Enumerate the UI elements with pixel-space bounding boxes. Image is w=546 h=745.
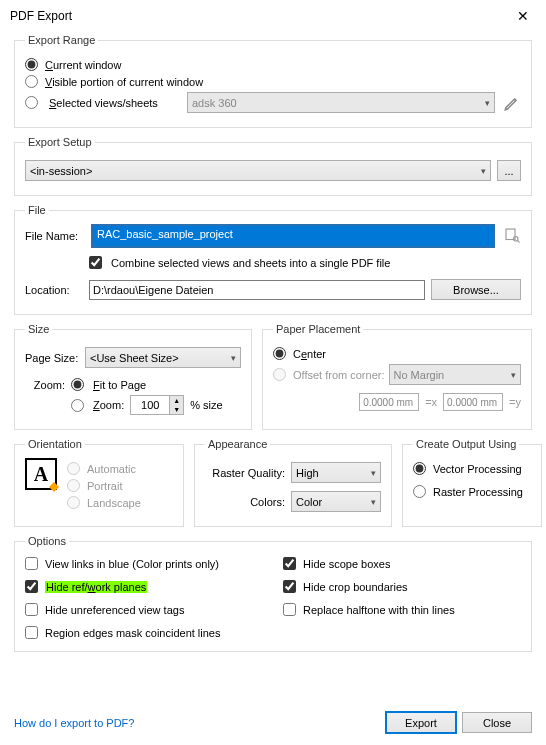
pct-size-label: % size	[190, 399, 222, 411]
chevron-down-icon: ▾	[231, 353, 236, 363]
raster-label: Raster Processing	[433, 486, 523, 498]
titlebar: PDF Export ✕	[0, 0, 546, 30]
edit-set-icon[interactable]	[503, 94, 521, 112]
output-legend: Create Output Using	[413, 438, 519, 450]
chevron-down-icon: ▾	[481, 166, 486, 176]
close-icon[interactable]: ✕	[508, 8, 538, 24]
svg-line-2	[517, 240, 519, 242]
view-links-checkbox[interactable]	[25, 557, 38, 570]
orientation-legend: Orientation	[25, 438, 85, 450]
raster-radio[interactable]	[413, 485, 426, 498]
orientation-group: Orientation A Automatic Portrait Landsca…	[14, 438, 184, 527]
offset-y-input	[443, 393, 503, 411]
hide-crop-checkbox[interactable]	[283, 580, 296, 593]
selected-views-radio[interactable]	[25, 96, 38, 109]
colors-dropdown[interactable]: Color ▾	[291, 491, 381, 512]
location-input[interactable]	[89, 280, 425, 300]
filename-label: File Name:	[25, 230, 83, 242]
combine-label: Combine selected views and sheets into a…	[111, 257, 390, 269]
zoom-label: Zoom:	[25, 379, 65, 391]
browse-button[interactable]: Browse...	[431, 279, 521, 300]
file-group: File File Name: RAC_basic_sample_project…	[14, 204, 532, 315]
fit-to-page-radio[interactable]	[71, 378, 84, 391]
output-group: Create Output Using Vector Processing Ra…	[402, 438, 542, 527]
spin-down-icon[interactable]: ▼	[169, 405, 183, 414]
close-button[interactable]: Close	[462, 712, 532, 733]
help-link[interactable]: How do I export to PDF?	[14, 717, 134, 729]
zoom-radio-label: Zoom:	[93, 399, 124, 411]
filename-input[interactable]: RAC_basic_sample_project	[93, 226, 493, 246]
chevron-down-icon: ▾	[485, 98, 490, 108]
size-group: Size Page Size: <Use Sheet Size> ▾ Zoom:…	[14, 323, 252, 430]
auto-radio	[67, 462, 80, 475]
window-title: PDF Export	[10, 9, 72, 23]
appearance-legend: Appearance	[205, 438, 270, 450]
portrait-label: Portrait	[87, 480, 122, 492]
replace-halftone-checkbox[interactable]	[283, 603, 296, 616]
hide-unref-checkbox[interactable]	[25, 603, 38, 616]
export-button[interactable]: Export	[386, 712, 456, 733]
hide-scope-label: Hide scope boxes	[303, 558, 390, 570]
hide-ref-label: Hide ref/work planes	[45, 581, 147, 593]
location-label: Location:	[25, 284, 83, 296]
current-window-label: Current window	[45, 59, 121, 71]
landscape-label: Landscape	[87, 497, 141, 509]
hide-scope-checkbox[interactable]	[283, 557, 296, 570]
hide-crop-label: Hide crop boundaries	[303, 581, 408, 593]
region-edges-checkbox[interactable]	[25, 626, 38, 639]
replace-halftone-label: Replace halftone with thin lines	[303, 604, 455, 616]
export-setup-dropdown[interactable]: <in-session> ▾	[25, 160, 491, 181]
explore-icon[interactable]	[503, 226, 521, 246]
combine-checkbox[interactable]	[89, 256, 102, 269]
colors-label: Colors:	[205, 496, 285, 508]
paper-placement-group: Paper Placement Center Offset from corne…	[262, 323, 532, 430]
hide-ref-checkbox[interactable]	[25, 580, 38, 593]
orientation-preview-icon: A	[25, 458, 57, 490]
eq-y-label: =y	[509, 396, 521, 408]
raster-quality-label: Raster Quality:	[205, 467, 285, 479]
export-setup-legend: Export Setup	[25, 136, 95, 148]
margin-dropdown: No Margin ▾	[389, 364, 522, 385]
size-legend: Size	[25, 323, 52, 335]
eq-x-label: =x	[425, 396, 437, 408]
chevron-down-icon: ▾	[371, 497, 376, 507]
offset-x-input	[359, 393, 419, 411]
landscape-radio	[67, 496, 80, 509]
page-size-dropdown[interactable]: <Use Sheet Size> ▾	[85, 347, 241, 368]
vector-label: Vector Processing	[433, 463, 522, 475]
fit-to-page-label: Fit to Page	[93, 379, 146, 391]
file-legend: File	[25, 204, 49, 216]
hide-unref-label: Hide unreferenced view tags	[45, 604, 184, 616]
vector-radio[interactable]	[413, 462, 426, 475]
raster-quality-dropdown[interactable]: High ▾	[291, 462, 381, 483]
options-legend: Options	[25, 535, 69, 547]
page-size-label: Page Size:	[25, 352, 79, 364]
center-label: Center	[293, 348, 326, 360]
paper-placement-legend: Paper Placement	[273, 323, 363, 335]
portrait-radio	[67, 479, 80, 492]
chevron-down-icon: ▾	[511, 370, 516, 380]
zoom-spinner[interactable]: ▲▼	[130, 395, 184, 415]
zoom-radio[interactable]	[71, 399, 84, 412]
chevron-down-icon: ▾	[371, 468, 376, 478]
current-window-radio[interactable]	[25, 58, 38, 71]
offset-label: Offset from corner:	[293, 369, 385, 381]
region-edges-label: Region edges mask coincident lines	[45, 627, 221, 639]
offset-radio	[273, 368, 286, 381]
appearance-group: Appearance Raster Quality: High ▾ Colors…	[194, 438, 392, 527]
center-radio[interactable]	[273, 347, 286, 360]
zoom-value-input[interactable]	[131, 396, 169, 414]
view-links-label: View links in blue (Color prints only)	[45, 558, 219, 570]
selected-views-label: Selected views/sheets	[49, 97, 179, 109]
options-group: Options View links in blue (Color prints…	[14, 535, 532, 652]
export-range-group: Export Range Current window Visible port…	[14, 34, 532, 128]
auto-label: Automatic	[87, 463, 136, 475]
export-range-legend: Export Range	[25, 34, 98, 46]
export-setup-more-button[interactable]: ...	[497, 160, 521, 181]
export-setup-group: Export Setup <in-session> ▾ ...	[14, 136, 532, 196]
views-set-dropdown: adsk 360 ▾	[187, 92, 495, 113]
spin-up-icon[interactable]: ▲	[169, 396, 183, 405]
visible-portion-radio[interactable]	[25, 75, 38, 88]
visible-portion-label: Visible portion of current window	[45, 76, 203, 88]
